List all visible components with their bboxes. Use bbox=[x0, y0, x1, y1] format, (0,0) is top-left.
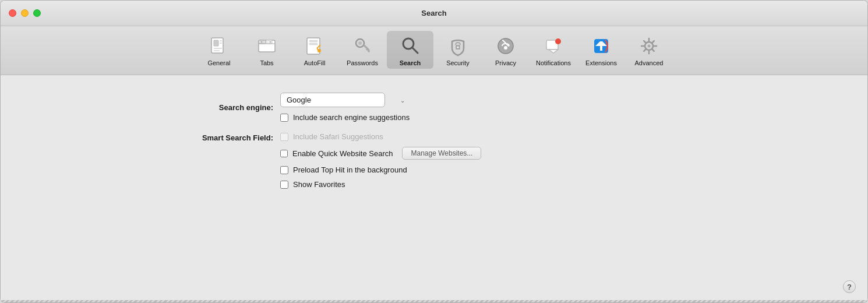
passwords-icon bbox=[351, 34, 374, 58]
bottom-decoration bbox=[1, 300, 867, 302]
quick-website-label[interactable]: Enable Quick Website Search bbox=[292, 149, 393, 158]
svg-rect-5 bbox=[214, 50, 220, 51]
svg-line-43 bbox=[644, 50, 645, 51]
svg-point-17 bbox=[317, 49, 321, 52]
search-engine-row: Search engine: Google Yahoo Bing DuckDuc… bbox=[1, 93, 867, 122]
smart-search-label: Smart Search Field: bbox=[1, 132, 280, 142]
tab-extensions[interactable]: Extensions bbox=[578, 31, 624, 69]
window-controls bbox=[9, 9, 41, 17]
content-area: Search engine: Google Yahoo Bing DuckDuc… bbox=[1, 75, 867, 302]
preload-label[interactable]: Preload Top Hit in the background bbox=[293, 165, 407, 174]
tab-privacy[interactable]: Privacy bbox=[482, 31, 529, 69]
search-engine-select[interactable]: Google Yahoo Bing DuckDuckGo bbox=[280, 93, 385, 107]
tab-passwords-label: Passwords bbox=[347, 59, 378, 66]
safari-preferences-window: Search General bbox=[0, 0, 868, 303]
toolbar: General ✕ ✕ Tabs bbox=[1, 26, 867, 75]
include-safari-checkbox[interactable] bbox=[280, 133, 288, 141]
show-favorites-row: Show Favorites bbox=[280, 180, 481, 189]
tab-passwords[interactable]: Passwords bbox=[339, 31, 386, 69]
include-safari-label: Include Safari Suggestions bbox=[293, 132, 383, 141]
tab-advanced[interactable]: Advanced bbox=[626, 31, 672, 69]
svg-rect-1 bbox=[214, 40, 218, 46]
tab-extensions-label: Extensions bbox=[585, 59, 617, 66]
quick-website-row: Enable Quick Website Search Manage Websi… bbox=[280, 147, 481, 160]
tab-search[interactable]: Search bbox=[387, 31, 433, 69]
maximize-button[interactable] bbox=[33, 9, 41, 17]
tab-general-label: General bbox=[207, 59, 230, 66]
svg-point-19 bbox=[358, 41, 362, 45]
privacy-icon bbox=[494, 34, 517, 58]
tab-tabs[interactable]: ✕ ✕ Tabs bbox=[244, 31, 290, 69]
search-engine-select-wrapper: Google Yahoo Bing DuckDuckGo ⌄ bbox=[280, 93, 410, 107]
include-suggestions-row: Include search engine suggestions bbox=[280, 113, 410, 122]
svg-point-32 bbox=[555, 38, 561, 44]
notifications-icon bbox=[542, 34, 565, 58]
svg-line-41 bbox=[652, 50, 654, 51]
autofill-icon bbox=[303, 34, 326, 58]
tab-privacy-label: Privacy bbox=[495, 59, 516, 66]
close-button[interactable] bbox=[9, 9, 16, 17]
chevron-down-icon: ⌄ bbox=[400, 97, 405, 103]
tab-advanced-label: Advanced bbox=[635, 59, 664, 66]
svg-line-24 bbox=[412, 48, 418, 53]
svg-line-42 bbox=[652, 41, 654, 43]
show-favorites-checkbox[interactable] bbox=[280, 181, 288, 189]
window-title: Search bbox=[421, 9, 446, 17]
search-engine-control: Google Yahoo Bing DuckDuckGo ⌄ Include s… bbox=[280, 93, 410, 122]
general-icon bbox=[207, 34, 231, 58]
include-suggestions-checkbox[interactable] bbox=[280, 114, 288, 122]
include-safari-row: Include Safari Suggestions bbox=[280, 132, 481, 141]
tab-autofill-label: AutoFill bbox=[304, 59, 326, 66]
svg-point-28 bbox=[504, 46, 507, 50]
tab-autofill[interactable]: AutoFill bbox=[291, 31, 338, 69]
tabs-icon: ✕ ✕ bbox=[255, 34, 278, 58]
security-icon bbox=[446, 34, 470, 58]
tab-search-label: Search bbox=[400, 59, 421, 66]
search-engine-label: Search engine: bbox=[1, 103, 280, 112]
minimize-button[interactable] bbox=[21, 9, 29, 17]
preload-row: Preload Top Hit in the background bbox=[280, 165, 481, 174]
title-bar: Search bbox=[1, 1, 867, 26]
svg-rect-13 bbox=[309, 40, 317, 42]
svg-rect-4 bbox=[214, 48, 222, 49]
svg-point-26 bbox=[457, 47, 459, 48]
tab-general[interactable]: General bbox=[196, 31, 242, 69]
svg-line-40 bbox=[644, 41, 645, 43]
tab-security-label: Security bbox=[446, 59, 470, 66]
preload-checkbox[interactable] bbox=[280, 166, 288, 174]
include-suggestions-label[interactable]: Include search engine suggestions bbox=[293, 113, 410, 122]
quick-website-checkbox[interactable] bbox=[280, 150, 288, 157]
svg-marker-31 bbox=[549, 50, 558, 53]
show-favorites-label[interactable]: Show Favorites bbox=[293, 180, 345, 189]
tab-notifications[interactable]: Notifications bbox=[530, 31, 577, 69]
help-label: ? bbox=[847, 283, 852, 291]
smart-search-controls: Include Safari Suggestions Enable Quick … bbox=[280, 132, 481, 189]
smart-search-row: Smart Search Field: Include Safari Sugge… bbox=[1, 132, 867, 189]
advanced-icon bbox=[637, 34, 661, 58]
svg-rect-2 bbox=[220, 40, 222, 41]
tab-notifications-label: Notifications bbox=[536, 59, 571, 66]
search-tab-icon bbox=[398, 34, 422, 58]
svg-rect-3 bbox=[220, 43, 222, 44]
manage-websites-button[interactable]: Manage Websites... bbox=[402, 147, 481, 160]
svg-point-35 bbox=[648, 45, 651, 48]
tab-security[interactable]: Security bbox=[435, 31, 481, 69]
extensions-icon bbox=[590, 34, 613, 58]
svg-rect-14 bbox=[309, 43, 317, 45]
help-button[interactable]: ? bbox=[843, 280, 856, 293]
svg-text:✕: ✕ bbox=[269, 40, 271, 44]
svg-text:✕: ✕ bbox=[260, 40, 263, 44]
tab-tabs-label: Tabs bbox=[260, 59, 273, 66]
